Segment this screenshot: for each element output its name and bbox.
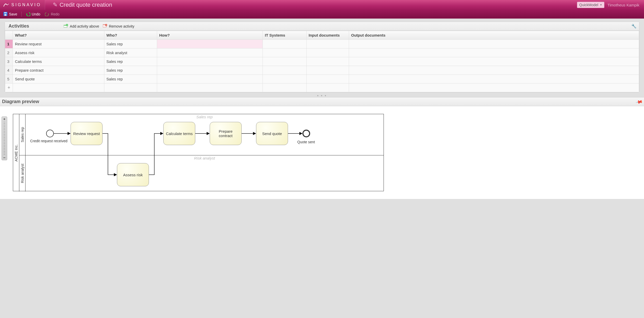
mode-selector-label: QuickModel xyxy=(579,3,598,7)
cell-who[interactable]: Sales rep xyxy=(104,40,157,48)
redo-label: Redo xyxy=(51,12,59,16)
remove-activity-button[interactable]: Remove activity xyxy=(103,24,134,28)
cell-how[interactable] xyxy=(157,40,263,48)
activities-table: What? Who? How? IT Systems Input documen… xyxy=(5,31,639,92)
table-row[interactable]: 1 Review request Sales rep xyxy=(5,40,639,48)
mode-selector[interactable]: QuickModel ▼ xyxy=(577,2,605,8)
activities-panel-header: Activities Add activity above Remove act… xyxy=(5,22,639,31)
add-row-plus[interactable]: + xyxy=(5,83,13,92)
table-row[interactable]: 3 Calculate terms Sales rep xyxy=(5,57,639,66)
cell-sys[interactable] xyxy=(263,48,307,57)
start-event-label: Credit request received xyxy=(30,139,67,143)
table-row[interactable]: 5 Send quote Sales rep xyxy=(5,75,639,83)
cell-what[interactable]: Calculate terms xyxy=(13,57,104,66)
lane2-label: Risk analyst xyxy=(20,164,24,183)
col-how[interactable]: How? xyxy=(157,31,263,40)
page-title-zone[interactable]: ✎ Credit quote creation xyxy=(45,2,112,8)
zoom-out-icon[interactable]: − xyxy=(2,155,7,160)
lane1-header: Sales rep xyxy=(19,114,26,155)
cell-in[interactable] xyxy=(307,75,349,83)
undo-label: Undo xyxy=(32,12,40,16)
cell-who[interactable]: Sales rep xyxy=(104,57,157,66)
cell-out[interactable] xyxy=(349,48,639,57)
action-toolbar: Save Undo Redo xyxy=(0,10,644,19)
lane-risk-analyst: Risk analyst Risk analyst Assess risk xyxy=(19,155,384,191)
cell-in[interactable] xyxy=(307,48,349,57)
panel-settings-icon[interactable]: 🔧 xyxy=(629,24,639,29)
table-row[interactable]: 2 Assess risk Risk analyst xyxy=(5,48,639,57)
activities-panel: Activities Add activity above Remove act… xyxy=(5,22,639,93)
zoom-track[interactable] xyxy=(4,122,5,155)
cell-sys[interactable] xyxy=(263,75,307,83)
cell-what[interactable]: Assess risk xyxy=(13,48,104,57)
lane-sales-rep: Sales rep Sales rep Credit request recei… xyxy=(19,114,384,155)
cell-out[interactable] xyxy=(349,75,639,83)
cell-what[interactable]: Prepare contract xyxy=(13,66,104,75)
remove-activity-label: Remove activity xyxy=(109,24,134,28)
cell-sys[interactable] xyxy=(263,66,307,75)
cell-how[interactable] xyxy=(157,48,263,57)
cell-what[interactable]: Review request xyxy=(13,40,104,48)
cell-how[interactable] xyxy=(157,66,263,75)
panel-splitter[interactable]: ● ● ● xyxy=(0,94,644,97)
undo-button[interactable]: Undo xyxy=(24,11,42,18)
cell-in[interactable] xyxy=(307,40,349,48)
cell-who[interactable]: Sales rep xyxy=(104,75,157,83)
row-number[interactable]: 4 xyxy=(5,66,13,75)
preview-canvas[interactable]: + − ACME Inc. Sales rep Sales rep Credit… xyxy=(0,106,644,199)
col-input-docs[interactable]: Input documents xyxy=(307,31,349,40)
col-who[interactable]: Who? xyxy=(104,31,157,40)
cell-who[interactable]: Risk analyst xyxy=(104,48,157,57)
redo-button[interactable]: Redo xyxy=(43,11,61,18)
col-rownum[interactable] xyxy=(5,31,13,40)
cell-how[interactable] xyxy=(157,57,263,66)
row-number[interactable]: 5 xyxy=(5,75,13,83)
zoom-in-icon[interactable]: + xyxy=(2,117,7,121)
undo-icon xyxy=(26,12,30,17)
zoom-slider[interactable]: + − xyxy=(2,116,7,160)
brand-zone[interactable]: SIGNAVIO xyxy=(0,0,45,10)
svg-rect-2 xyxy=(4,14,6,16)
col-output-docs[interactable]: Output documents xyxy=(349,31,639,40)
signavio-logo-icon xyxy=(3,1,9,9)
preview-header: Diagram preview 📌 xyxy=(0,97,644,106)
table-row[interactable]: 4 Prepare contract Sales rep xyxy=(5,66,639,75)
pin-icon[interactable]: 📌 xyxy=(635,98,643,106)
preview-title: Diagram preview xyxy=(2,99,39,104)
current-user[interactable]: Timotheus Kampik xyxy=(607,3,644,7)
cell-sys[interactable] xyxy=(263,57,307,66)
col-it-systems[interactable]: IT Systems xyxy=(263,31,307,40)
col-what[interactable]: What? xyxy=(13,31,104,40)
svg-rect-1 xyxy=(4,12,7,13)
task-assess-risk[interactable]: Assess risk xyxy=(117,163,149,186)
redo-icon xyxy=(45,12,49,17)
bpmn-pool: ACME Inc. Sales rep Sales rep Credit req… xyxy=(13,114,384,191)
cell-in[interactable] xyxy=(307,66,349,75)
cell-in[interactable] xyxy=(307,57,349,66)
pool-header: ACME Inc. xyxy=(13,114,19,191)
cell-how[interactable] xyxy=(157,75,263,83)
end-event[interactable] xyxy=(302,130,310,137)
row-number[interactable]: 1 xyxy=(5,40,13,48)
start-event[interactable] xyxy=(46,130,54,137)
task-prepare-contract[interactable]: Prepare contract xyxy=(210,122,242,145)
add-row[interactable]: + xyxy=(5,83,639,92)
save-button[interactable]: Save xyxy=(2,11,19,18)
end-event-label: Quote sent xyxy=(297,140,315,144)
diagram-preview-panel: Diagram preview 📌 + − ACME Inc. Sales re… xyxy=(0,97,644,199)
lane2-caption: Risk analyst xyxy=(194,156,215,160)
cell-out[interactable] xyxy=(349,40,639,48)
brand-text: SIGNAVIO xyxy=(11,3,41,7)
task-send-quote[interactable]: Send quote xyxy=(256,122,288,145)
task-calculate-terms[interactable]: Calculate terms xyxy=(163,122,195,145)
row-number[interactable]: 3 xyxy=(5,57,13,66)
row-number[interactable]: 2 xyxy=(5,48,13,57)
cell-sys[interactable] xyxy=(263,40,307,48)
activities-header-row: What? Who? How? IT Systems Input documen… xyxy=(5,31,639,40)
cell-what[interactable]: Send quote xyxy=(13,75,104,83)
cell-out[interactable] xyxy=(349,57,639,66)
cell-who[interactable]: Sales rep xyxy=(104,66,157,75)
cell-out[interactable] xyxy=(349,66,639,75)
add-activity-above-button[interactable]: Add activity above xyxy=(64,24,99,28)
task-review-request[interactable]: Review request xyxy=(71,122,103,145)
